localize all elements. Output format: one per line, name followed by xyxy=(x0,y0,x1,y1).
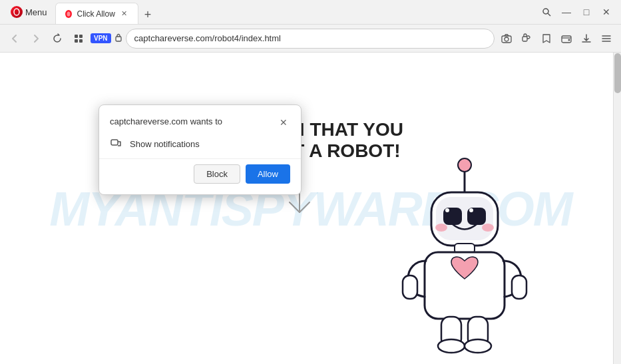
forward-button[interactable] xyxy=(27,29,45,48)
main-content: MYANTISPYWARE.COM CONFIRM THAT YOU ARE N… xyxy=(0,53,621,364)
svg-rect-9 xyxy=(116,37,121,41)
dialog-title: captchareverse.com wants to xyxy=(110,116,222,128)
svg-rect-8 xyxy=(79,39,83,43)
new-tab-button[interactable]: + xyxy=(138,5,157,24)
svg-rect-12 xyxy=(522,37,527,41)
extensions-button[interactable] xyxy=(517,29,536,48)
svg-line-4 xyxy=(548,13,550,16)
nav-icons-right xyxy=(497,29,616,48)
active-tab[interactable]: Click Allow ✕ xyxy=(55,3,138,24)
svg-point-24 xyxy=(445,208,449,212)
dialog-header: captchareverse.com wants to ✕ xyxy=(99,105,301,134)
refresh-button[interactable] xyxy=(48,29,67,48)
svg-point-26 xyxy=(435,224,447,232)
svg-point-0 xyxy=(14,9,19,15)
svg-rect-31 xyxy=(512,275,526,299)
bookmark-button[interactable] xyxy=(537,29,556,48)
vpn-button[interactable]: VPN xyxy=(91,33,111,43)
permission-label: Show notifications xyxy=(130,139,200,149)
address-bar[interactable]: captchareverse.com/robot4/index.html xyxy=(126,29,495,49)
svg-point-35 xyxy=(465,339,491,353)
svg-point-27 xyxy=(482,224,494,232)
search-button[interactable] xyxy=(537,3,556,21)
back-button[interactable] xyxy=(5,29,24,48)
allow-button[interactable]: Allow xyxy=(246,164,290,184)
notification-icon xyxy=(110,137,123,150)
dialog-close-button[interactable]: ✕ xyxy=(277,116,290,129)
dialog-actions: Block Allow xyxy=(99,158,301,194)
tab-close-button[interactable]: ✕ xyxy=(119,9,130,19)
maximize-button[interactable]: □ xyxy=(577,3,596,21)
download-button[interactable] xyxy=(577,29,596,48)
svg-point-25 xyxy=(469,208,473,212)
close-button[interactable]: ✕ xyxy=(597,3,616,21)
menu-button[interactable] xyxy=(597,29,616,48)
opera-menu[interactable]: Click Allow Menu xyxy=(5,3,53,21)
svg-rect-5 xyxy=(75,35,78,38)
opera-logo-icon xyxy=(11,6,23,18)
tab-label: Click Allow xyxy=(77,9,115,19)
menu-text: Menu xyxy=(25,7,47,17)
tab-favicon-icon xyxy=(64,9,73,19)
navigation-bar: VPN captchareverse.com/robot4/index.html xyxy=(0,24,621,52)
minimize-button[interactable]: — xyxy=(557,3,576,21)
scrollbar-thumb[interactable] xyxy=(614,53,621,93)
title-bar: Click Allow Menu Click Allow ✕ + xyxy=(0,0,621,24)
tab-bar: Click Allow ✕ + xyxy=(55,0,157,24)
robot-illustration xyxy=(388,156,541,358)
svg-point-34 xyxy=(438,339,465,353)
camera-button[interactable] xyxy=(497,29,516,48)
svg-rect-6 xyxy=(79,35,83,38)
window-controls: — □ ✕ xyxy=(537,3,616,21)
svg-point-19 xyxy=(458,158,471,172)
svg-point-11 xyxy=(505,37,509,41)
url-text: captchareverse.com/robot4/index.html xyxy=(134,33,281,43)
dialog-permission-row: Show notifications xyxy=(99,134,301,158)
svg-point-3 xyxy=(543,9,548,14)
svg-rect-36 xyxy=(111,140,118,145)
svg-point-14 xyxy=(568,39,570,41)
svg-rect-30 xyxy=(403,275,417,299)
lock-icon xyxy=(114,33,123,44)
svg-rect-7 xyxy=(75,39,78,43)
permission-dialog: captchareverse.com wants to ✕ Show notif… xyxy=(99,104,302,195)
scrollbar[interactable] xyxy=(613,53,621,364)
grid-button[interactable] xyxy=(69,29,88,48)
svg-point-2 xyxy=(67,11,70,16)
block-button[interactable]: Block xyxy=(194,164,240,184)
wallet-button[interactable] xyxy=(557,29,576,48)
